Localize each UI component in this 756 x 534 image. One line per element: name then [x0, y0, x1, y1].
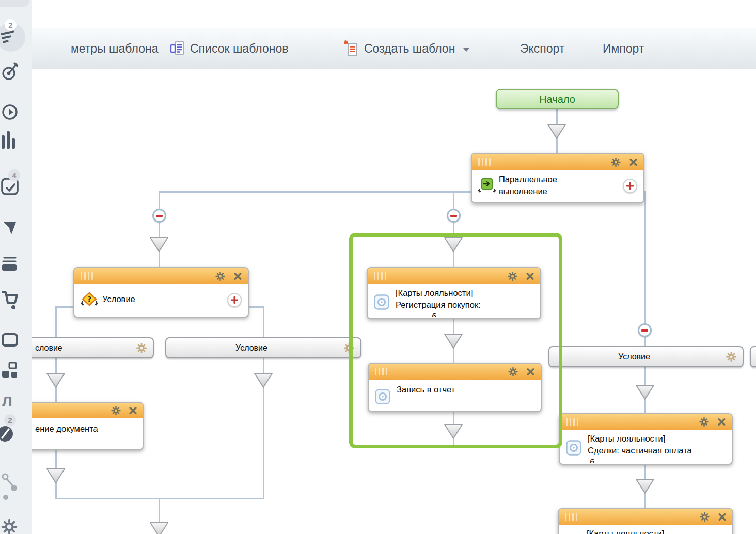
drag-grip-icon[interactable] — [374, 272, 386, 280]
gear-icon[interactable] — [344, 343, 354, 353]
gear-icon[interactable] — [111, 405, 121, 415]
parallel-execution-icon — [476, 177, 498, 194]
drag-grip-icon[interactable] — [565, 513, 577, 521]
block-title: Параллельное выполнение — [499, 174, 584, 197]
arrow-down — [443, 423, 464, 440]
loyalty-register-block[interactable]: [Карты лояльности] Регистрация покупок: … — [367, 267, 541, 319]
block-header[interactable] — [22, 403, 143, 418]
sidebar-item-crm[interactable] — [0, 425, 15, 445]
condition-question-icon: ? — [78, 292, 100, 308]
toolbar-item-export[interactable]: Экспорт — [520, 28, 564, 69]
block-header[interactable] — [472, 154, 643, 170]
sidebar-item-settings-gear-icon[interactable] — [1, 519, 18, 534]
add-branch-button[interactable] — [227, 293, 242, 307]
sidebar-badge: 4 — [8, 169, 20, 181]
arrow-down — [149, 521, 169, 534]
branch-label: Условие — [235, 343, 267, 353]
parallel-execution-block[interactable]: Параллельное выполнение — [471, 153, 644, 203]
connector-left-drop — [159, 191, 160, 268]
drag-grip-icon[interactable] — [478, 158, 491, 166]
gear-icon[interactable] — [700, 512, 710, 522]
block-header[interactable] — [368, 268, 540, 284]
sidebar-item-structure[interactable] — [1, 362, 20, 384]
app-sidebar: 2 4 — [0, 0, 32, 534]
page-top-strip — [32, 0, 756, 28]
close-icon[interactable] — [629, 158, 638, 166]
add-branch-button[interactable] — [623, 179, 637, 193]
close-icon[interactable] — [717, 418, 726, 427]
block-header[interactable] — [559, 509, 732, 525]
new-template-icon — [343, 40, 359, 57]
block-header[interactable] — [560, 414, 732, 430]
arrow-down — [45, 467, 66, 484]
connector-cond-left — [55, 306, 57, 338]
sidebar-item-automation[interactable] — [1, 473, 19, 504]
condition-branch-bar-right[interactable]: Условие — [548, 346, 744, 367]
gear-icon[interactable] — [726, 352, 736, 362]
gear-icon[interactable] — [699, 417, 709, 427]
sidebar-item-time[interactable] — [1, 102, 20, 124]
close-icon[interactable] — [233, 272, 242, 280]
arrow-down — [443, 333, 464, 350]
block-title-line-clipped: б — [396, 311, 481, 317]
condition-branch-bar-left[interactable]: словие — [25, 337, 154, 358]
arrow-down — [546, 123, 567, 140]
block-title: Условие — [102, 293, 135, 305]
collapse-branch-icon[interactable] — [152, 209, 166, 223]
toolbar-item-template-list[interactable]: Список шаблонов — [169, 28, 288, 69]
gear-icon[interactable] — [611, 157, 621, 167]
sidebar-item-mail[interactable] — [1, 219, 20, 240]
record-activity-icon — [375, 389, 390, 404]
collapse-branch-icon[interactable] — [638, 323, 652, 337]
sidebar-item-target[interactable] — [1, 61, 20, 84]
drag-grip-icon[interactable] — [375, 368, 387, 375]
drag-grip-icon[interactable] — [81, 272, 93, 280]
block-title-line: [Карты лояльности] — [396, 287, 481, 299]
block-header[interactable] — [74, 268, 248, 284]
branch-label: Условие — [618, 352, 650, 362]
start-node-label: Начало — [539, 93, 575, 105]
sidebar-item-app-letter[interactable]: Л — [2, 394, 12, 410]
condition-block[interactable]: ? Условие — [73, 267, 249, 318]
block-header[interactable] — [369, 364, 541, 380]
toolbar-item-template-params[interactable]: метры шаблона — [71, 28, 158, 69]
block-title: Запись в отчет — [397, 384, 455, 396]
start-node[interactable]: Начало — [496, 89, 619, 109]
connector-mid-drop — [453, 191, 454, 268]
svg-text:?: ? — [87, 295, 91, 303]
template-toolbar: метры шаблона Список шаблонов Создать ша… — [32, 28, 756, 69]
close-icon[interactable] — [718, 513, 727, 522]
close-icon[interactable] — [129, 406, 137, 415]
arrow-down — [253, 372, 274, 389]
close-icon[interactable] — [526, 272, 534, 280]
condition-branch-bar-edge[interactable] — [750, 346, 756, 367]
arrow-down — [635, 384, 655, 401]
toolbar-item-create-template[interactable]: Создать шаблон — [343, 28, 469, 69]
arrow-down — [45, 372, 66, 389]
collapse-branch-icon[interactable] — [447, 209, 461, 223]
toolbar-item-import[interactable]: Импорт — [603, 28, 644, 69]
report-write-block[interactable]: Запись в отчет — [368, 363, 542, 412]
gear-icon[interactable] — [215, 271, 225, 281]
arrow-down — [149, 236, 169, 253]
sidebar-item-sites[interactable] — [1, 332, 20, 351]
gear-icon[interactable] — [508, 367, 518, 376]
arrow-down — [635, 478, 655, 495]
block-title-line: [Карты лояльности] — [588, 433, 692, 445]
gear-icon[interactable] — [136, 343, 147, 353]
loyalty-deals-block[interactable]: [Карты лояльности] Сделки: частичная опл… — [559, 413, 733, 465]
condition-branch-bar-mid[interactable]: Условие — [165, 337, 361, 358]
drag-grip-icon[interactable] — [566, 418, 578, 426]
sidebar-item-documents[interactable] — [1, 254, 20, 277]
gear-icon[interactable] — [508, 271, 517, 281]
document-action-block[interactable]: ение документа — [21, 402, 144, 450]
sidebar-item-stats[interactable] — [0, 130, 18, 155]
close-icon[interactable] — [526, 367, 535, 376]
sidebar-item-cart[interactable] — [1, 290, 20, 315]
block-title: ение документа — [35, 423, 98, 435]
record-activity-icon — [374, 294, 389, 310]
arrow-down — [443, 236, 464, 253]
loyalty-bottom-block[interactable]: [Карты лояльности] — [558, 508, 733, 534]
block-title-line: Сделки: частичная оплата — [588, 445, 692, 457]
block-title-line: Регистрация покупок: — [396, 299, 481, 311]
